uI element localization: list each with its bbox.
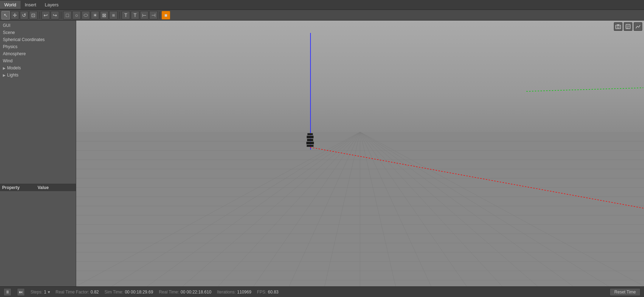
svg-line-19 (183, 132, 360, 286)
svg-line-20 (218, 132, 360, 286)
svg-line-29 (360, 132, 538, 286)
svg-rect-37 (617, 24, 619, 25)
lights-arrow: ▶ (3, 73, 6, 77)
scene-label: Scene (3, 30, 15, 35)
select-tool-btn[interactable]: ↖ (1, 11, 10, 19)
fps-label: FPS: (257, 290, 267, 295)
svg-line-31 (360, 132, 609, 286)
svg-point-36 (617, 26, 619, 28)
translate-tool-btn[interactable]: ✛ (11, 11, 19, 19)
tool3-btn[interactable]: ⊢ (140, 11, 149, 19)
sidebar-item-gui[interactable]: GUI (0, 22, 76, 29)
steps-dropdown-icon[interactable]: ▾ (48, 290, 50, 295)
menu-insert[interactable]: Insert (21, 1, 41, 9)
sphere-btn[interactable]: ○ (72, 11, 81, 19)
realtime-label: Real Time: (159, 290, 179, 295)
iterations-indicator: Iterations: 110969 (217, 290, 251, 295)
pause-btn[interactable]: ⏸ (4, 288, 11, 296)
grid-svg (76, 132, 644, 286)
models-arrow: ▶ (3, 66, 6, 70)
rotate-tool-btn[interactable]: ↺ (20, 11, 28, 19)
svg-line-16 (76, 132, 360, 286)
wind-label: Wind (3, 58, 12, 63)
mesh-btn[interactable]: ⊠ (100, 11, 108, 19)
viewport-icons (614, 22, 642, 31)
sidebar-item-atmosphere[interactable]: Atmosphere (0, 50, 76, 57)
svg-line-32 (360, 132, 644, 286)
robot-bottom (306, 142, 314, 144)
svg-line-26 (360, 132, 431, 286)
svg-line-27 (360, 132, 466, 286)
svg-line-28 (360, 132, 502, 286)
rtf-value: 0.82 (90, 290, 99, 295)
log-icon[interactable] (624, 22, 632, 31)
menu-layers[interactable]: Layers (40, 1, 63, 9)
models-label: Models (7, 65, 21, 70)
redo-btn[interactable]: ↪ (51, 11, 59, 19)
fps-value: 60.83 (268, 290, 279, 295)
robot-mid2 (307, 139, 313, 141)
menu-world[interactable]: World (0, 1, 21, 9)
svg-line-17 (112, 132, 360, 286)
svg-line-18 (147, 132, 360, 286)
sidebar-item-physics[interactable]: Physics (0, 43, 76, 50)
reset-time-btn[interactable]: Reset Time (610, 288, 640, 296)
svg-line-23 (325, 132, 360, 286)
property-header: Property Value (0, 184, 76, 191)
lights-label: Lights (7, 73, 18, 78)
robot-base (307, 145, 314, 147)
gui-label: GUI (3, 23, 10, 28)
svg-line-25 (360, 132, 396, 286)
box-btn[interactable]: □ (63, 11, 72, 19)
axis-z-blue (310, 33, 311, 150)
sidebar: GUI Scene Spherical Coordinates Physics … (0, 21, 76, 286)
tree-panel: GUI Scene Spherical Coordinates Physics … (0, 21, 76, 184)
property-panel: Property Value (0, 184, 76, 286)
sidebar-item-wind[interactable]: Wind (0, 57, 76, 64)
robot-model (306, 133, 314, 147)
tool2-btn[interactable]: T (131, 11, 139, 19)
color-btn[interactable]: ■ (162, 11, 170, 19)
sidebar-item-spherical-coords[interactable]: Spherical Coordinates (0, 36, 76, 43)
sidebar-item-scene[interactable]: Scene (0, 29, 76, 36)
camera-icon[interactable] (614, 22, 622, 31)
steps-value: 1 (44, 290, 46, 295)
main-area: GUI Scene Spherical Coordinates Physics … (0, 21, 644, 286)
scale-tool-btn[interactable]: ⊡ (29, 11, 38, 19)
svg-line-21 (254, 132, 360, 286)
status-bar: ⏸ ⏭ Steps: 1 ▾ Real Time Factor: 0.82 Si… (0, 286, 644, 297)
rtf-label: Real Time Factor: (56, 290, 89, 295)
steps-label: Steps: (30, 290, 43, 295)
simtime-label: Sim Time: (105, 290, 123, 295)
undo-btn[interactable]: ↩ (41, 11, 50, 19)
svg-line-30 (360, 132, 573, 286)
steps-indicator: Steps: 1 ▾ (30, 290, 50, 295)
physics-label: Physics (3, 44, 17, 49)
chart-icon[interactable] (634, 22, 642, 31)
sun-btn[interactable]: ☀ (91, 11, 99, 19)
toolbar: ↖ ✛ ↺ ⊡ ↩ ↪ □ ○ ⬭ ☀ ⊠ ≡ T T ⊢ ⊣ ■ (0, 10, 644, 21)
fps-indicator: FPS: 60.83 (257, 290, 279, 295)
sky-background (76, 21, 644, 140)
sep1 (39, 12, 40, 19)
property-col-value: Value (38, 185, 74, 190)
simtime-indicator: Sim Time: 00 00:18:29.69 (105, 290, 153, 295)
top-menu-bar: World Insert Layers (0, 0, 644, 10)
ground-plane (76, 132, 644, 286)
iterations-value: 110969 (237, 290, 251, 295)
lines-btn[interactable]: ≡ (109, 11, 118, 19)
realtime-indicator: Real Time: 00 00:22:18.610 (159, 290, 211, 295)
step-btn[interactable]: ⏭ (17, 288, 25, 296)
realtime-value: 00 00:22:18.610 (181, 290, 212, 295)
tool1-btn[interactable]: T (122, 11, 130, 19)
spherical-coords-label: Spherical Coordinates (3, 37, 45, 42)
simtime-value: 00 00:18:29.69 (125, 290, 153, 295)
tool4-btn[interactable]: ⊣ (149, 11, 158, 19)
sidebar-item-models[interactable]: ▶ Models (0, 64, 76, 72)
cylinder-btn[interactable]: ⬭ (82, 11, 90, 19)
sep2 (61, 12, 61, 19)
viewport-3d[interactable] (76, 21, 644, 286)
property-col-property: Property (2, 185, 38, 190)
sidebar-item-lights[interactable]: ▶ Lights (0, 72, 76, 79)
svg-line-22 (289, 132, 360, 286)
